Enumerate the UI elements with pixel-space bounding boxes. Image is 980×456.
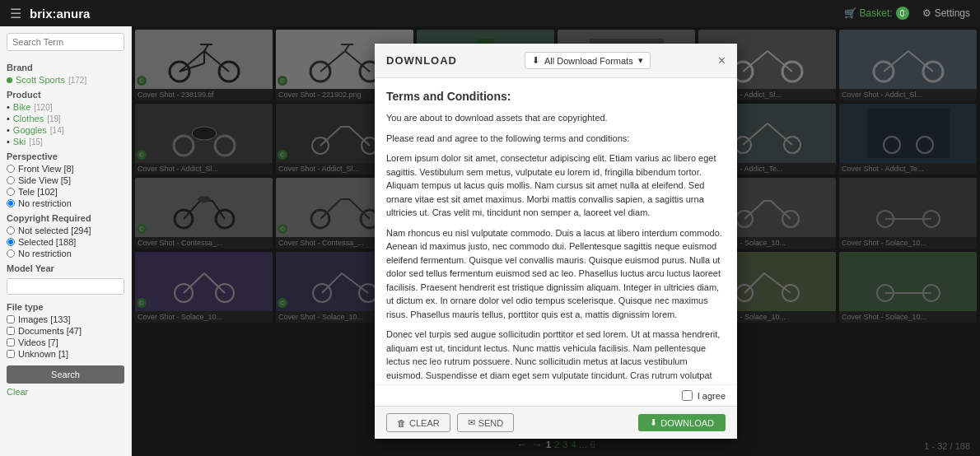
sidebar-item-ski[interactable]: • Ski [15] [7,137,124,147]
topbar-left: ☰ brix:anura [10,6,90,21]
search-input[interactable] [7,33,124,51]
download-button[interactable]: ⬇ DOWNLOAD [638,414,726,431]
clear-link[interactable]: Clear [7,387,124,397]
perspective-section-title: Perspective [7,151,124,161]
search-button[interactable]: Search [7,365,124,384]
format-selector[interactable]: ⬇ All Download Formats ▾ [525,52,651,69]
send-icon: ✉ [468,417,475,428]
send-button[interactable]: ✉ SEND [457,413,515,432]
modal-body: Terms and Conditions: You are about to d… [375,78,737,384]
terms-body2: Nam rhoncus eu nisl vulputate commodo. D… [386,226,726,322]
copyright-section-title: Copyright Required [7,213,124,223]
perspective-tele[interactable]: Tele [102] [7,187,124,197]
sidebar-item-scott-sports[interactable]: Scott Sports [172] [7,75,124,85]
content-area: © Cover Shot - 238199.tif © Cover Shot -… [132,26,980,456]
terms-body3: Donec vel turpis sed augue sollicitudin … [386,328,726,384]
sidebar-item-bike[interactable]: • Bike [120] [7,102,124,112]
brand-logo: brix:anura [30,7,90,21]
product-section-title: Product [7,90,124,100]
basket-button[interactable]: 🛒 Basket: 0 [844,7,909,20]
file-type-section-title: File type [7,302,124,312]
modal-overlay: DOWNLOAD ⬇ All Download Formats ▾ × Term… [132,26,980,456]
scott-sports-link[interactable]: Scott Sports [16,75,65,85]
terms-intro2: Please read and agree to the following t… [386,132,726,146]
basket-icon: 🛒 [844,7,856,19]
modal-close-button[interactable]: × [718,54,726,68]
main-layout: Brand Scott Sports [172] Product • Bike … [0,26,980,456]
terms-intro1: You are about to download assets that ar… [386,111,726,125]
perspective-no-restriction[interactable]: No restriction [7,198,124,208]
format-label: All Download Formats [544,56,633,66]
modal-footer: 🗑 CLEAR ✉ SEND ⬇ DOWNLOAD [375,406,737,439]
gear-icon: ⚙ [922,7,931,19]
terms-body1: Lorem ipsum dolor sit amet, consectetur … [386,151,726,220]
agree-label: I agree [698,391,726,401]
sidebar-item-clothes[interactable]: • Clothes [19] [7,114,124,123]
download-icon: ⬇ [650,417,657,428]
modal-header: DOWNLOAD ⬇ All Download Formats ▾ × [375,44,737,78]
download-format-icon: ⬇ [532,55,539,66]
copyright-not-selected[interactable]: Not selected [294] [7,226,124,235]
agree-checkbox[interactable] [682,390,693,401]
filetype-documents[interactable]: Documents [47] [7,326,124,336]
settings-button[interactable]: ⚙ Settings [922,7,970,19]
download-modal: DOWNLOAD ⬇ All Download Formats ▾ × Term… [375,44,737,439]
topbar: ☰ brix:anura 🛒 Basket: 0 ⚙ Settings [0,0,980,26]
copyright-selected[interactable]: Selected [188] [7,237,124,247]
trash-icon: 🗑 [397,418,406,428]
clear-button[interactable]: 🗑 CLEAR [386,413,450,432]
scott-sports-count: [172] [68,76,86,85]
hamburger-icon[interactable]: ☰ [10,6,21,21]
topbar-right: 🛒 Basket: 0 ⚙ Settings [844,7,970,20]
basket-count: 0 [896,7,909,20]
modal-footer-left: 🗑 CLEAR ✉ SEND [386,413,514,432]
model-year-input[interactable] [7,278,124,295]
sidebar: Brand Scott Sports [172] Product • Bike … [0,26,132,456]
dot-icon [7,77,12,83]
sidebar-item-goggles[interactable]: • Goggles [14] [7,125,124,135]
terms-title: Terms and Conditions: [386,90,726,103]
chevron-down-icon: ▾ [638,55,643,66]
brand-section-title: Brand [7,63,124,72]
filetype-videos[interactable]: Videos [7] [7,337,124,347]
perspective-side-view[interactable]: Side View [5] [7,175,124,185]
model-year-section-title: Model Year [7,263,124,273]
filetype-unknown[interactable]: Unknown [1] [7,349,124,359]
perspective-front-view[interactable]: Front View [8] [7,164,124,174]
copyright-no-restriction[interactable]: No restriction [7,249,124,258]
modal-title: DOWNLOAD [386,54,457,67]
agree-row: I agree [375,384,737,406]
filetype-images[interactable]: Images [133] [7,314,124,324]
